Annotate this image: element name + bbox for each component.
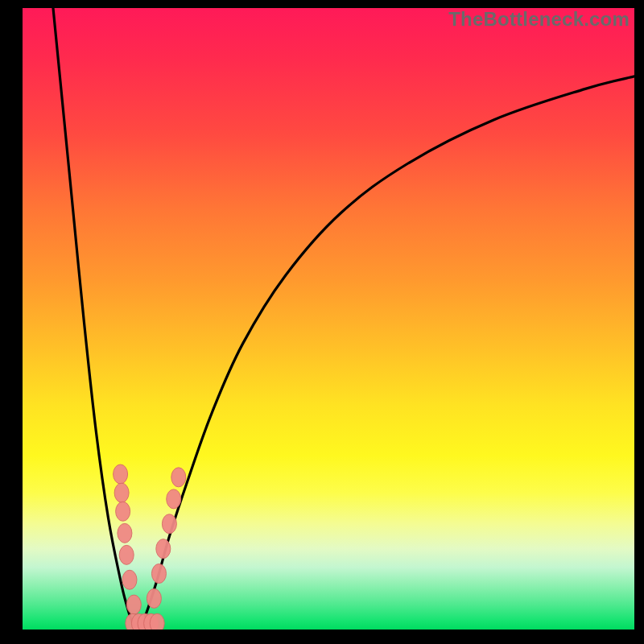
data-marker	[151, 564, 166, 584]
data-marker	[114, 464, 128, 484]
chart-frame: TheBottleneck.com	[0, 0, 644, 644]
curve-right-branch	[138, 76, 634, 630]
data-marker	[118, 523, 132, 543]
data-marker	[119, 545, 134, 564]
data-marker	[150, 613, 164, 630]
data-marker	[147, 588, 161, 608]
data-marker	[156, 539, 171, 559]
data-marker	[116, 502, 130, 521]
data-marker	[167, 489, 181, 509]
data-marker	[171, 468, 186, 487]
data-marker	[122, 570, 137, 589]
data-marker	[126, 595, 141, 614]
data-marker	[114, 483, 129, 502]
curve-layer	[23, 8, 634, 630]
data-marker	[162, 514, 176, 534]
plot-area: TheBottleneck.com	[23, 8, 634, 630]
